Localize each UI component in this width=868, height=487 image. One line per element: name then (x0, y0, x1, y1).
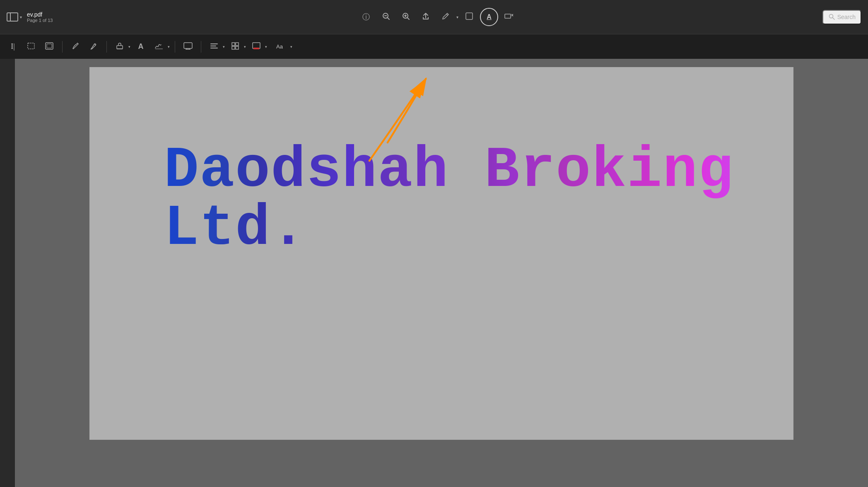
signature-dropdown-arrow[interactable]: ▾ (168, 45, 170, 49)
pen-button[interactable] (436, 8, 455, 26)
pen-dropdown-arrow[interactable]: ▾ (456, 15, 458, 19)
grid-tool[interactable] (227, 39, 243, 55)
svg-line-6 (407, 18, 409, 19)
svg-line-13 (833, 18, 834, 19)
align-icon (210, 42, 218, 51)
text-box-tool[interactable]: A (133, 39, 149, 55)
search-label: Search (837, 14, 856, 20)
sidebar-toggle-button[interactable]: ▾ (7, 12, 22, 22)
stamp-tool-group: ▾ (112, 39, 130, 55)
font-dropdown-arrow[interactable]: ▾ (290, 45, 292, 49)
align-tool[interactable] (206, 39, 222, 55)
color-icon (252, 42, 260, 51)
toolbar-divider-4 (201, 41, 201, 53)
annotation-toolbar: I| (0, 34, 868, 59)
info-button[interactable]: ⓘ (357, 8, 375, 26)
svg-line-2 (388, 18, 389, 19)
page-info: Page 1 of 13 (27, 18, 53, 23)
zoom-out-icon (382, 12, 390, 22)
svg-rect-14 (28, 43, 34, 49)
svg-rect-17 (117, 46, 123, 49)
svg-rect-28 (236, 43, 239, 46)
pen-icon (441, 12, 450, 22)
svg-rect-32 (253, 48, 259, 49)
chevron-down-icon: ▾ (20, 15, 22, 19)
svg-rect-31 (253, 43, 260, 48)
font-icon: Aa (276, 43, 283, 50)
zoom-out-button[interactable] (377, 8, 395, 26)
stamp-tool[interactable] (112, 39, 128, 55)
svg-rect-30 (236, 46, 239, 49)
file-name: ev.pdf (27, 11, 53, 18)
draw-pen-icon (71, 42, 80, 52)
main-content: Daodshah Broking Ltd. (0, 59, 868, 487)
text-box-icon: A (138, 42, 144, 51)
window-button[interactable] (460, 8, 478, 26)
color-dropdown-arrow[interactable]: ▾ (265, 45, 267, 49)
toolbar-right: Search (822, 10, 861, 24)
stamp-dropdown-arrow[interactable]: ▾ (128, 45, 130, 49)
rect-select-icon (27, 43, 35, 51)
text-select-icon: I| (11, 42, 15, 51)
highlighter-tool[interactable] (86, 39, 101, 55)
signature-tool-group: ▾ (151, 39, 170, 55)
toolbar-divider-1 (62, 41, 63, 53)
info-icon: ⓘ (362, 12, 370, 22)
rect-select-tool[interactable] (23, 39, 39, 55)
zoom-in-icon (402, 12, 410, 22)
redact-icon (504, 12, 514, 22)
signature-tool[interactable] (151, 39, 167, 55)
lasso-icon (45, 42, 53, 51)
redact-button[interactable] (500, 8, 518, 26)
text-select-tool[interactable]: I| (5, 39, 21, 55)
color-tool[interactable] (248, 39, 264, 55)
draw-pen-tool[interactable] (68, 39, 83, 55)
grid-tool-group: ▾ (227, 39, 246, 55)
toolbar-divider-3 (175, 41, 175, 53)
svg-rect-29 (232, 46, 235, 49)
zoom-in-button[interactable] (397, 8, 415, 26)
align-dropdown-arrow[interactable]: ▾ (223, 45, 225, 49)
toolbar-left: ▾ ev.pdf Page 1 of 13 (7, 11, 53, 23)
stamp-icon (116, 42, 124, 52)
color-tool-group: ▾ (248, 39, 267, 55)
toolbar-divider-2 (106, 41, 107, 53)
search-icon (828, 13, 835, 21)
document-area: Daodshah Broking Ltd. (15, 59, 868, 487)
grid-icon (231, 42, 239, 51)
left-sidebar-panel (0, 59, 15, 487)
markup-annotate-button[interactable]: A (480, 8, 498, 26)
company-name-text: Daodshah Broking Ltd. (164, 142, 744, 258)
align-tool-group: ▾ (206, 39, 225, 55)
sidebar-panel-icon (7, 12, 18, 22)
file-info: ev.pdf Page 1 of 13 (27, 11, 53, 23)
svg-point-12 (829, 14, 833, 18)
svg-rect-9 (505, 14, 511, 18)
lasso-select-tool[interactable] (41, 39, 57, 55)
grid-dropdown-arrow[interactable]: ▾ (244, 45, 246, 49)
svg-rect-27 (232, 43, 235, 46)
share-icon (422, 12, 430, 22)
share-button[interactable] (417, 8, 435, 26)
font-tool-group: Aa ▾ (270, 39, 292, 55)
top-toolbar: ▾ ev.pdf Page 1 of 13 ⓘ (0, 0, 868, 34)
signature-icon (154, 42, 164, 51)
svg-rect-16 (47, 44, 52, 48)
toolbar-center: ⓘ (56, 8, 819, 26)
window-icon (465, 12, 473, 22)
svg-line-7 (446, 14, 448, 15)
font-tool[interactable]: Aa (270, 39, 289, 55)
screen-tool[interactable] (180, 39, 196, 55)
highlighter-icon (89, 42, 98, 52)
screen-icon (183, 42, 193, 51)
search-button[interactable]: Search (822, 10, 861, 24)
svg-rect-8 (466, 13, 473, 19)
document-page: Daodshah Broking Ltd. (89, 67, 793, 440)
svg-rect-20 (184, 43, 192, 48)
markup-a-icon: A (487, 13, 492, 21)
